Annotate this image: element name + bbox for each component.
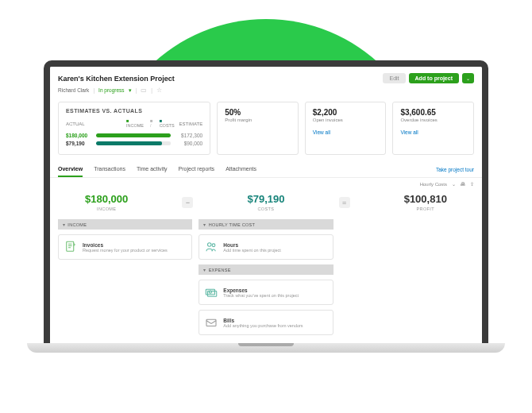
tab-overview[interactable]: Overview	[58, 161, 83, 177]
item-bills[interactable]: Bills Add anything you purchase from ven…	[199, 310, 333, 335]
profit-margin-card: 50% Profit margin	[217, 102, 299, 155]
envelope-icon	[204, 315, 218, 330]
profit-column-empty	[340, 219, 474, 335]
section-hourly-header[interactable]: HOURLY TIME COST	[199, 219, 333, 230]
svg-point-1	[208, 243, 212, 247]
svg-point-2	[212, 244, 215, 247]
summary-income-value: $180,000	[85, 193, 128, 205]
star-icon[interactable]: ☆	[156, 87, 162, 94]
edit-button[interactable]: Edit	[383, 73, 405, 83]
tab-time-activity[interactable]: Time activity	[137, 161, 168, 177]
tab-project-reports[interactable]: Project reports	[179, 161, 215, 177]
equals-icon: =	[339, 197, 350, 208]
open-invoices-card: $2,200 Open invoices View all	[305, 102, 387, 155]
add-to-project-button[interactable]: Add to project	[409, 73, 459, 83]
estimates-card: ESTIMATES VS. ACTUALS ACTUAL INCOME / CO…	[58, 102, 210, 155]
summary-costs-value: $79,190	[247, 193, 284, 205]
add-dropdown-button[interactable]: ⌄	[462, 73, 474, 83]
print-icon[interactable]: 🖶	[461, 182, 465, 187]
minus-icon: −	[182, 197, 193, 208]
section-income-header[interactable]: INCOME	[58, 219, 192, 230]
tab-attachments[interactable]: Attachments	[226, 161, 256, 177]
section-expense-header[interactable]: EXPENSE	[199, 264, 333, 275]
item-hours[interactable]: Hours Add time spent on this project	[199, 234, 333, 260]
item-invoices[interactable]: Invoices Request money for your product …	[58, 234, 192, 260]
people-icon	[204, 240, 218, 254]
svg-rect-0	[67, 241, 74, 251]
costs-actual: $79,190	[66, 141, 91, 146]
costs-estimate: $90,000	[175, 141, 202, 146]
income-bar	[96, 133, 171, 137]
item-expenses[interactable]: Expenses Track what you've spent on this…	[199, 280, 333, 305]
tab-transactions[interactable]: Transactions	[94, 161, 125, 177]
invoice-icon	[64, 240, 78, 254]
overdue-invoices-view-all[interactable]: View all	[400, 129, 466, 135]
chevron-down-icon: ⌄	[452, 181, 456, 187]
note-icon[interactable]: ▭	[141, 87, 147, 94]
income-actual: $180,000	[66, 133, 91, 138]
summary-profit-value: $100,810	[404, 193, 447, 205]
laptop-frame: Karen's Kitchen Extension Project Edit A…	[27, 60, 505, 353]
money-icon	[204, 285, 218, 299]
estimates-title: ESTIMATES VS. ACTUALS	[66, 108, 202, 114]
costs-bar	[96, 141, 171, 145]
svg-rect-3	[206, 289, 215, 295]
project-owner: Richard Clark	[58, 87, 89, 93]
export-icon[interactable]: ⇪	[470, 181, 474, 187]
project-title: Karen's Kitchen Extension Project	[58, 75, 175, 83]
income-estimate: $172,300	[175, 133, 202, 138]
app-window: Karen's Kitchen Extension Project Edit A…	[50, 67, 482, 343]
chevron-down-icon: ▾	[129, 87, 132, 94]
hourly-costs-dropdown[interactable]: Hourly Costs	[420, 182, 447, 187]
open-invoices-view-all[interactable]: View all	[313, 129, 379, 135]
svg-rect-6	[206, 319, 216, 326]
laptop-base	[27, 343, 505, 353]
project-status[interactable]: In progress	[98, 87, 125, 93]
overdue-invoices-card: $3,600.65 Overdue invoices View all	[392, 102, 474, 155]
take-project-tour-link[interactable]: Take project tour	[436, 162, 474, 177]
